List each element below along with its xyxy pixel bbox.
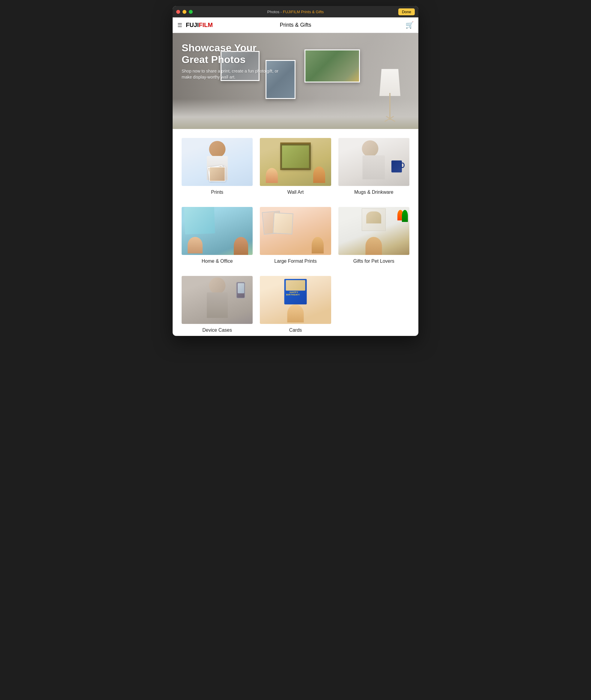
homeoffice-thumbnail (182, 207, 253, 255)
category-label-prints: Prints (211, 189, 223, 195)
category-label-petlovers: Gifts for Pet Lovers (353, 258, 394, 264)
hero-lamp-decoration (379, 69, 400, 129)
traffic-lights (176, 10, 193, 14)
category-item-largeformat[interactable]: Large Format Prints (260, 207, 331, 264)
category-grid-row2: Home & Office Large Format Prints (173, 198, 418, 267)
petlovers-thumbnail (338, 207, 409, 255)
lamp-shade (379, 69, 400, 96)
category-item-homeoffice[interactable]: Home & Office (182, 207, 253, 264)
mugs-thumbnail (338, 138, 409, 186)
wallart-thumbnail (260, 138, 331, 186)
hero-title: Showcase Your Great Photos (182, 42, 283, 65)
grid-spacer (338, 276, 409, 333)
nav-bar: ☰ FUJIFILM Prints & Gifts 🛒 (173, 17, 418, 33)
category-item-devicecases[interactable]: Device Cases (182, 276, 253, 333)
lamp-pole (389, 93, 391, 120)
menu-icon[interactable]: ☰ (178, 22, 182, 28)
title-bar: Photos - FUJIFILM Prints & Gifts Done (173, 6, 418, 17)
category-image-petlovers (338, 207, 409, 255)
lamp-base-right (386, 116, 396, 122)
nav-title: Prints & Gifts (280, 22, 311, 28)
category-image-mugs (338, 138, 409, 186)
cards-thumbnail: HAPPY BIRTHDAY! (260, 276, 331, 324)
category-image-devicecases (182, 276, 253, 324)
category-image-largeformat (260, 207, 331, 255)
largeformat-thumbnail (260, 207, 331, 255)
category-image-homeoffice (182, 207, 253, 255)
hero-banner: Showcase Your Great Photos Shop now to s… (173, 33, 418, 129)
category-item-mugs[interactable]: Mugs & Drinkware (338, 138, 409, 195)
category-image-wallart (260, 138, 331, 186)
minimize-button[interactable] (183, 10, 186, 14)
maximize-button[interactable] (189, 10, 193, 14)
category-label-devicecases: Device Cases (202, 328, 232, 333)
hero-photo-family (305, 50, 360, 82)
fujifilm-logo: FUJIFILM (186, 21, 213, 28)
done-button[interactable]: Done (398, 8, 415, 15)
category-label-cards: Cards (289, 328, 302, 333)
category-grid-row1: Prints Wall Art (173, 129, 418, 198)
category-image-cards: HAPPY BIRTHDAY! (260, 276, 331, 324)
category-grid-row3: Device Cases HAPPY BIRTHDAY! Cards (173, 267, 418, 336)
category-item-prints[interactable]: Prints (182, 138, 253, 195)
category-label-largeformat: Large Format Prints (274, 258, 317, 264)
app-window: Photos - FUJIFILM Prints & Gifts Done ☰ … (173, 6, 418, 336)
category-label-mugs: Mugs & Drinkware (354, 189, 394, 195)
category-label-homeoffice: Home & Office (202, 258, 233, 264)
prints-thumbnail (182, 138, 253, 186)
close-button[interactable] (176, 10, 180, 14)
window-title: Photos - FUJIFILM Prints & Gifts (267, 10, 324, 14)
category-item-wallart[interactable]: Wall Art (260, 138, 331, 195)
hero-content: Showcase Your Great Photos Shop now to s… (182, 42, 283, 80)
cart-icon[interactable]: 🛒 (405, 21, 413, 29)
category-label-wallart: Wall Art (287, 189, 304, 195)
devicecases-thumbnail (182, 276, 253, 324)
category-image-prints (182, 138, 253, 186)
category-item-petlovers[interactable]: Gifts for Pet Lovers (338, 207, 409, 264)
category-item-cards[interactable]: HAPPY BIRTHDAY! Cards (260, 276, 331, 333)
hero-subtitle: Shop now to share a print, create a fun … (182, 68, 283, 80)
